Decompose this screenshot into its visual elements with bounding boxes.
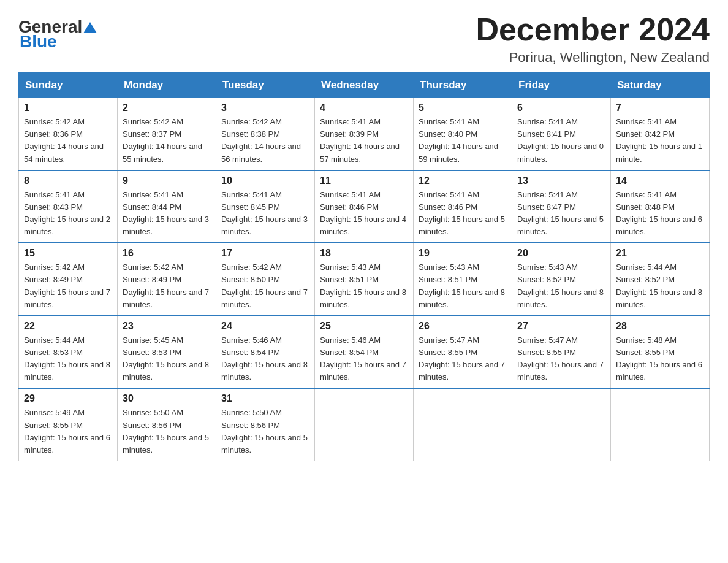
- day-number: 18: [320, 248, 408, 259]
- day-number: 16: [123, 248, 211, 259]
- calendar-cell: 1Sunrise: 5:42 AMSunset: 8:36 PMDaylight…: [19, 98, 118, 170]
- day-info: Sunrise: 5:43 AMSunset: 8:51 PMDaylight:…: [320, 261, 408, 311]
- calendar-header-row: SundayMondayTuesdayWednesdayThursdayFrid…: [19, 72, 710, 98]
- day-info: Sunrise: 5:41 AMSunset: 8:44 PMDaylight:…: [123, 189, 211, 239]
- calendar-cell: 28Sunrise: 5:48 AMSunset: 8:55 PMDayligh…: [611, 316, 710, 389]
- day-number: 19: [419, 248, 507, 259]
- calendar-cell: [315, 388, 414, 461]
- day-info: Sunrise: 5:41 AMSunset: 8:42 PMDaylight:…: [616, 116, 704, 166]
- day-number: 20: [517, 248, 605, 259]
- day-number: 22: [24, 321, 112, 332]
- calendar-week-row: 15Sunrise: 5:42 AMSunset: 8:49 PMDayligh…: [19, 243, 710, 316]
- calendar-cell: 24Sunrise: 5:46 AMSunset: 8:54 PMDayligh…: [216, 316, 315, 389]
- day-info: Sunrise: 5:41 AMSunset: 8:41 PMDaylight:…: [517, 116, 605, 166]
- day-number: 9: [123, 175, 211, 186]
- day-number: 29: [24, 393, 112, 404]
- calendar-cell: 29Sunrise: 5:49 AMSunset: 8:55 PMDayligh…: [19, 388, 118, 461]
- day-number: 27: [517, 321, 605, 332]
- day-info: Sunrise: 5:41 AMSunset: 8:45 PMDaylight:…: [221, 189, 309, 239]
- calendar-cell: 14Sunrise: 5:41 AMSunset: 8:48 PMDayligh…: [611, 170, 710, 243]
- calendar-cell: [512, 388, 611, 461]
- day-info: Sunrise: 5:41 AMSunset: 8:46 PMDaylight:…: [320, 189, 408, 239]
- calendar-week-row: 8Sunrise: 5:41 AMSunset: 8:43 PMDaylight…: [19, 170, 710, 243]
- day-number: 25: [320, 321, 408, 332]
- day-info: Sunrise: 5:45 AMSunset: 8:53 PMDaylight:…: [123, 334, 211, 384]
- calendar-cell: 4Sunrise: 5:41 AMSunset: 8:39 PMDaylight…: [315, 98, 414, 170]
- calendar-header-thursday: Thursday: [414, 72, 512, 98]
- day-number: 13: [517, 175, 605, 186]
- day-info: Sunrise: 5:42 AMSunset: 8:38 PMDaylight:…: [221, 116, 309, 166]
- calendar-cell: 19Sunrise: 5:43 AMSunset: 8:51 PMDayligh…: [414, 243, 512, 316]
- day-number: 12: [419, 175, 507, 186]
- calendar-header-monday: Monday: [118, 72, 216, 98]
- calendar-cell: 25Sunrise: 5:46 AMSunset: 8:54 PMDayligh…: [315, 316, 414, 389]
- day-number: 28: [616, 321, 704, 332]
- day-number: 2: [123, 102, 211, 113]
- day-number: 31: [221, 393, 309, 404]
- calendar-header-sunday: Sunday: [19, 72, 118, 98]
- calendar-header-saturday: Saturday: [611, 72, 710, 98]
- calendar-week-row: 22Sunrise: 5:44 AMSunset: 8:53 PMDayligh…: [19, 316, 710, 389]
- day-number: 4: [320, 102, 408, 113]
- day-number: 26: [419, 321, 507, 332]
- day-number: 17: [221, 248, 309, 259]
- calendar-cell: 10Sunrise: 5:41 AMSunset: 8:45 PMDayligh…: [216, 170, 315, 243]
- day-number: 7: [616, 102, 704, 113]
- day-info: Sunrise: 5:50 AMSunset: 8:56 PMDaylight:…: [123, 407, 211, 456]
- calendar-cell: 16Sunrise: 5:42 AMSunset: 8:49 PMDayligh…: [118, 243, 216, 316]
- calendar-cell: 20Sunrise: 5:43 AMSunset: 8:52 PMDayligh…: [512, 243, 611, 316]
- day-info: Sunrise: 5:47 AMSunset: 8:55 PMDaylight:…: [419, 334, 507, 384]
- calendar-cell: 7Sunrise: 5:41 AMSunset: 8:42 PMDaylight…: [611, 98, 710, 170]
- calendar-cell: 23Sunrise: 5:45 AMSunset: 8:53 PMDayligh…: [118, 316, 216, 389]
- day-info: Sunrise: 5:49 AMSunset: 8:55 PMDaylight:…: [24, 407, 112, 456]
- calendar-cell: 11Sunrise: 5:41 AMSunset: 8:46 PMDayligh…: [315, 170, 414, 243]
- calendar-cell: 6Sunrise: 5:41 AMSunset: 8:41 PMDaylight…: [512, 98, 611, 170]
- day-info: Sunrise: 5:41 AMSunset: 8:43 PMDaylight:…: [24, 189, 112, 239]
- calendar-cell: 17Sunrise: 5:42 AMSunset: 8:50 PMDayligh…: [216, 243, 315, 316]
- day-info: Sunrise: 5:41 AMSunset: 8:47 PMDaylight:…: [517, 189, 605, 239]
- day-info: Sunrise: 5:42 AMSunset: 8:37 PMDaylight:…: [123, 116, 211, 166]
- calendar-header-friday: Friday: [512, 72, 611, 98]
- day-number: 15: [24, 248, 112, 259]
- day-info: Sunrise: 5:48 AMSunset: 8:55 PMDaylight:…: [616, 334, 704, 384]
- day-info: Sunrise: 5:44 AMSunset: 8:52 PMDaylight:…: [616, 261, 704, 311]
- day-info: Sunrise: 5:50 AMSunset: 8:56 PMDaylight:…: [221, 407, 309, 456]
- day-info: Sunrise: 5:42 AMSunset: 8:49 PMDaylight:…: [24, 261, 112, 311]
- day-info: Sunrise: 5:41 AMSunset: 8:48 PMDaylight:…: [616, 189, 704, 239]
- subtitle: Porirua, Wellington, New Zealand: [476, 50, 710, 66]
- logo: General Blue: [18, 18, 97, 50]
- day-number: 30: [123, 393, 211, 404]
- day-number: 23: [123, 321, 211, 332]
- day-info: Sunrise: 5:44 AMSunset: 8:53 PMDaylight:…: [24, 334, 112, 384]
- calendar-cell: 12Sunrise: 5:41 AMSunset: 8:46 PMDayligh…: [414, 170, 512, 243]
- day-info: Sunrise: 5:41 AMSunset: 8:40 PMDaylight:…: [419, 116, 507, 166]
- calendar-cell: 27Sunrise: 5:47 AMSunset: 8:55 PMDayligh…: [512, 316, 611, 389]
- day-number: 14: [616, 175, 704, 186]
- day-number: 11: [320, 175, 408, 186]
- calendar-header-tuesday: Tuesday: [216, 72, 315, 98]
- day-info: Sunrise: 5:42 AMSunset: 8:49 PMDaylight:…: [123, 261, 211, 311]
- day-info: Sunrise: 5:42 AMSunset: 8:36 PMDaylight:…: [24, 116, 112, 166]
- day-number: 8: [24, 175, 112, 186]
- calendar-week-row: 29Sunrise: 5:49 AMSunset: 8:55 PMDayligh…: [19, 388, 710, 461]
- logo-triangle-icon: [83, 21, 97, 34]
- day-info: Sunrise: 5:43 AMSunset: 8:52 PMDaylight:…: [517, 261, 605, 311]
- day-number: 24: [221, 321, 309, 332]
- day-number: 5: [419, 102, 507, 113]
- day-info: Sunrise: 5:43 AMSunset: 8:51 PMDaylight:…: [419, 261, 507, 311]
- logo-blue-text: Blue: [20, 33, 57, 50]
- calendar-cell: [611, 388, 710, 461]
- calendar-cell: 9Sunrise: 5:41 AMSunset: 8:44 PMDaylight…: [118, 170, 216, 243]
- calendar-cell: 8Sunrise: 5:41 AMSunset: 8:43 PMDaylight…: [19, 170, 118, 243]
- calendar-cell: 13Sunrise: 5:41 AMSunset: 8:47 PMDayligh…: [512, 170, 611, 243]
- day-number: 10: [221, 175, 309, 186]
- page-header: General Blue December 2024 Porirua, Well…: [18, 12, 710, 66]
- calendar-cell: [414, 388, 512, 461]
- day-info: Sunrise: 5:41 AMSunset: 8:46 PMDaylight:…: [419, 189, 507, 239]
- day-info: Sunrise: 5:46 AMSunset: 8:54 PMDaylight:…: [221, 334, 309, 384]
- calendar-cell: 31Sunrise: 5:50 AMSunset: 8:56 PMDayligh…: [216, 388, 315, 461]
- calendar-week-row: 1Sunrise: 5:42 AMSunset: 8:36 PMDaylight…: [19, 98, 710, 170]
- calendar-cell: 26Sunrise: 5:47 AMSunset: 8:55 PMDayligh…: [414, 316, 512, 389]
- calendar-table: SundayMondayTuesdayWednesdayThursdayFrid…: [18, 72, 710, 461]
- calendar-cell: 22Sunrise: 5:44 AMSunset: 8:53 PMDayligh…: [19, 316, 118, 389]
